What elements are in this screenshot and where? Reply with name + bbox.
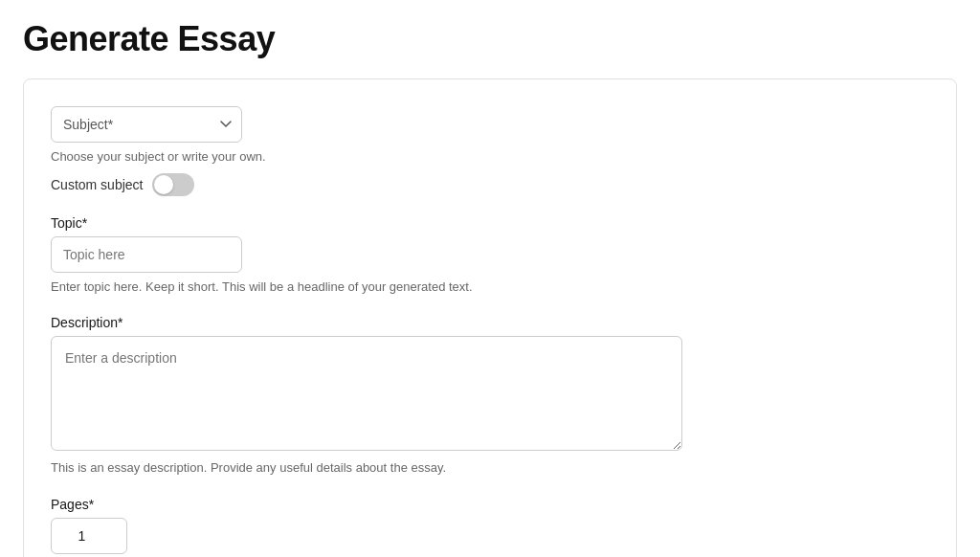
custom-subject-label: Custom subject <box>51 177 143 192</box>
subject-select[interactable]: Subject* English Science History Math Ar… <box>51 106 242 143</box>
topic-hint: Enter topic here. Keep it short. This wi… <box>51 278 929 296</box>
pages-input[interactable] <box>51 518 127 554</box>
custom-subject-row: Custom subject <box>51 173 929 196</box>
pages-label: Pages* <box>51 497 929 512</box>
topic-label: Topic* <box>51 215 929 231</box>
custom-subject-toggle[interactable] <box>152 173 194 196</box>
toggle-slider <box>152 173 194 196</box>
subject-hint: Choose your subject or write your own. <box>51 148 929 166</box>
subject-field-group: Subject* English Science History Math Ar… <box>51 106 929 196</box>
topic-input[interactable] <box>51 236 242 273</box>
topic-field-group: Topic* Enter topic here. Keep it short. … <box>51 215 929 296</box>
description-field-group: Description* This is an essay descriptio… <box>51 315 929 477</box>
description-textarea[interactable] <box>51 336 682 451</box>
description-label: Description* <box>51 315 929 330</box>
page-title: Generate Essay <box>23 19 957 59</box>
form-card: Subject* English Science History Math Ar… <box>23 78 957 557</box>
description-hint: This is an essay description. Provide an… <box>51 459 929 477</box>
pages-field-group: Pages* 1 double-spaced page is approxima… <box>51 497 929 557</box>
